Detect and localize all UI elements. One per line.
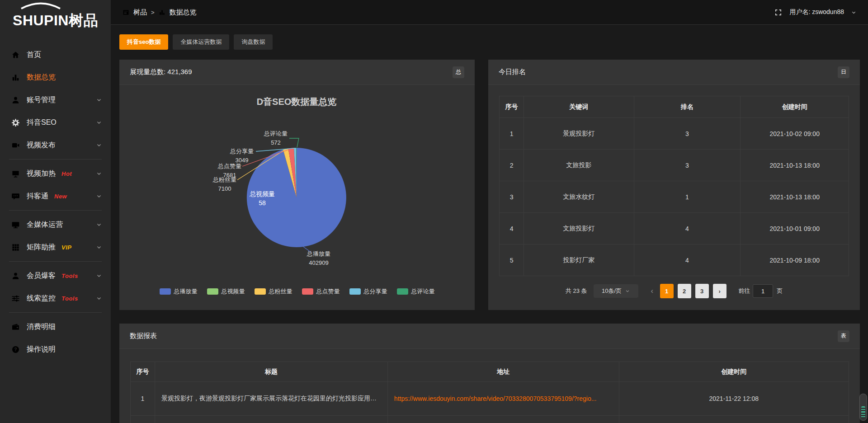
overview-badge[interactable]: 总 bbox=[453, 66, 464, 78]
table-row[interactable]: 1景观投影灯，夜游景观投影灯厂家展示展示落花灯在花园里的灯光投影应用效果 #ht… bbox=[131, 382, 849, 416]
table-cell: 文旅投影灯 bbox=[524, 213, 634, 244]
page-button-1[interactable]: 1 bbox=[660, 284, 674, 298]
rank-header-row: 序号关键词排名创建时间 bbox=[500, 96, 849, 118]
legend-color-chip bbox=[160, 288, 171, 295]
legend-item[interactable]: 总播放量 bbox=[160, 287, 198, 296]
sidebar-item-wallet[interactable]: 消费明细 bbox=[0, 315, 111, 338]
sidebar-item-video[interactable]: 视频发布 bbox=[0, 134, 111, 156]
sidebar-item-gear[interactable]: 抖音SEO bbox=[0, 111, 111, 134]
report-link[interactable]: https://www.iesdouyin.com/share/video/70… bbox=[394, 395, 597, 402]
table-cell: 2021-10-02 09:00 bbox=[741, 118, 849, 150]
legend-item[interactable]: 总分享量 bbox=[349, 287, 387, 296]
bar-chart-icon bbox=[159, 9, 165, 16]
username-label[interactable]: 用户名: zswodun88 bbox=[789, 8, 844, 16]
sidebar-item-label: 消费明细 bbox=[27, 322, 56, 332]
legend-item[interactable]: 总粉丝量 bbox=[255, 287, 292, 296]
table-row[interactable]: 4文旅投影灯42021-10-01 09:00 bbox=[500, 213, 849, 244]
table-row[interactable]: 2文旅投影32021-10-13 18:00 bbox=[500, 150, 849, 181]
legend-item[interactable]: 总点赞量 bbox=[302, 287, 340, 296]
screen-icon bbox=[11, 169, 20, 178]
table-cell: 文旅水纹灯 bbox=[524, 181, 634, 213]
sidebar-item-label: 首页 bbox=[27, 50, 41, 60]
table-cell bbox=[387, 416, 619, 423]
tab-3[interactable]: 询盘数据 bbox=[234, 34, 273, 50]
pagination: 共 23 条10条/页‹123›前往1页 bbox=[488, 284, 860, 298]
report-table: 序号标题地址创建时间 1景观投影灯，夜游景观投影灯厂家展示展示落花灯在花园里的灯… bbox=[130, 362, 849, 423]
pie-label-name: 总评论量 bbox=[264, 130, 288, 137]
sidebar-item-person[interactable]: 会员爆客Tools bbox=[0, 264, 111, 287]
table-cell: 3 bbox=[500, 181, 524, 213]
table-cell: 2 bbox=[500, 150, 524, 181]
legend-label: 总点赞量 bbox=[316, 287, 340, 296]
rank-column-header: 排名 bbox=[634, 96, 741, 118]
table-cell bbox=[131, 416, 155, 423]
pagination-total: 共 23 条 bbox=[566, 287, 587, 295]
table-cell: 5 bbox=[500, 244, 524, 276]
chevron-down-icon bbox=[96, 142, 102, 148]
rank-badge[interactable]: 日 bbox=[838, 66, 849, 78]
page-button-3[interactable]: 3 bbox=[695, 284, 709, 298]
sidebar-item-screen[interactable]: 视频加热Hot bbox=[0, 162, 111, 185]
chat-icon bbox=[11, 192, 20, 201]
report-column-header: 序号 bbox=[131, 362, 155, 382]
legend-item[interactable]: 总视频量 bbox=[207, 287, 245, 296]
chevron-down-icon bbox=[625, 289, 630, 293]
goto-page-input[interactable]: 1 bbox=[753, 284, 773, 298]
scrollbar-thumb[interactable] bbox=[861, 406, 865, 418]
report-column-header: 地址 bbox=[387, 362, 619, 382]
sidebar-divider bbox=[9, 159, 102, 160]
rank-panel-body: 序号关键词排名创建时间 1景观投影灯32021-10-02 09:002文旅投影… bbox=[488, 85, 860, 310]
sidebar-item-monitor[interactable]: 全媒体运营 bbox=[0, 213, 111, 236]
sliders-icon bbox=[11, 294, 20, 303]
brand-name-cn: 树品 bbox=[69, 12, 98, 28]
page-size-select[interactable]: 10条/页 bbox=[594, 284, 638, 298]
sidebar-item-chart[interactable]: 数据总览 bbox=[0, 66, 111, 89]
sidebar-item-badge: Tools bbox=[61, 273, 78, 279]
next-page-button[interactable]: › bbox=[713, 284, 726, 298]
sidebar-item-sliders[interactable]: 线索监控Tools bbox=[0, 287, 111, 310]
table-cell: 4 bbox=[634, 213, 741, 244]
sidebar-item-home[interactable]: 首页 bbox=[0, 43, 111, 66]
sidebar-item-badge: VIP bbox=[61, 244, 71, 251]
sidebar-divider bbox=[9, 261, 102, 262]
fullscreen-icon[interactable] bbox=[774, 9, 782, 16]
pie-chart: D音SEO数据量总览总播放量402909总视频量58总粉丝量7100总点赞量76… bbox=[119, 85, 475, 284]
legend-item[interactable]: 总评论量 bbox=[397, 287, 435, 296]
brand-logo[interactable]: SHUPIN树品 bbox=[0, 0, 111, 42]
pie-label-name: 总点赞量 bbox=[217, 163, 241, 169]
goto-unit: 页 bbox=[777, 287, 783, 295]
chart-legend: 总播放量总视频量总粉丝量总点赞量总分享量总评论量 bbox=[119, 287, 475, 296]
table-cell: 2021-10-13 18:00 bbox=[741, 150, 849, 181]
pie-label-value: 572 bbox=[271, 139, 281, 146]
chevron-down-icon[interactable] bbox=[851, 10, 856, 15]
table-cell: 2021-10-09 18:00 bbox=[741, 244, 849, 276]
table-row[interactable]: 1景观投影灯32021-10-02 09:00 bbox=[500, 118, 849, 150]
sidebar-item-label: 抖音SEO bbox=[27, 118, 57, 127]
pie-label-value: 402909 bbox=[309, 259, 328, 266]
sidebar-divider bbox=[9, 210, 102, 211]
table-cell: 1 bbox=[500, 118, 524, 150]
sidebar-divider bbox=[9, 312, 102, 313]
legend-color-chip bbox=[255, 288, 266, 295]
wallet-icon bbox=[11, 323, 20, 331]
report-badge[interactable]: 表 bbox=[838, 330, 849, 342]
breadcrumb-current[interactable]: 数据总览 bbox=[170, 8, 197, 17]
overview-panel: 展现量总数: 421,369 总 D音SEO数据量总览总播放量402909总视频… bbox=[119, 60, 475, 310]
prev-page-button[interactable]: ‹ bbox=[646, 287, 658, 296]
breadcrumb-root[interactable]: 树品 bbox=[133, 8, 147, 17]
table-row-partial bbox=[131, 416, 849, 423]
report-cell-title: 景观投影灯，夜游景观投影灯厂家展示展示落花灯在花园里的灯光投影应用效果 # bbox=[155, 382, 388, 416]
sidebar-item-chat[interactable]: 抖客通New bbox=[0, 185, 111, 207]
legend-color-chip bbox=[349, 288, 361, 295]
sidebar-item-grid[interactable]: 矩阵助推VIP bbox=[0, 236, 111, 258]
sidebar-item-user[interactable]: 账号管理 bbox=[0, 89, 111, 111]
page-button-2[interactable]: 2 bbox=[678, 284, 691, 298]
tab-1[interactable]: 抖音seo数据 bbox=[119, 34, 168, 50]
sidebar-item-badge: Tools bbox=[61, 295, 78, 302]
table-row[interactable]: 5投影灯厂家42021-10-09 18:00 bbox=[500, 244, 849, 276]
table-row[interactable]: 3文旅水纹灯12021-10-13 18:00 bbox=[500, 181, 849, 213]
sidebar-item-question[interactable]: 操作说明 bbox=[0, 338, 111, 361]
tab-2[interactable]: 全媒体运营数据 bbox=[173, 34, 229, 50]
sidebar-item-label: 全媒体运营 bbox=[27, 220, 63, 230]
breadcrumb-separator: > bbox=[151, 9, 155, 16]
